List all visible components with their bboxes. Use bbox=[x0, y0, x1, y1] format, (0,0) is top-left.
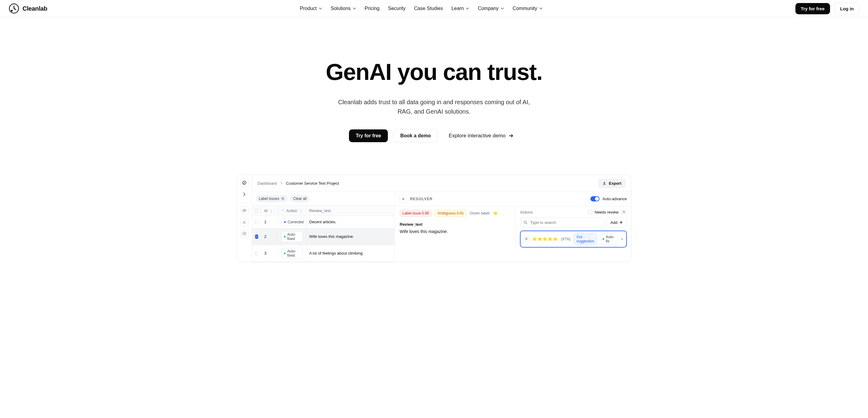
nav-pricing[interactable]: Pricing bbox=[365, 6, 380, 11]
star-icon: ⭐ bbox=[493, 211, 498, 215]
search-icon bbox=[523, 220, 528, 225]
row-checkbox[interactable] bbox=[255, 251, 258, 256]
breadcrumb-root[interactable]: Dashboard bbox=[257, 181, 277, 186]
svg-point-6 bbox=[524, 221, 527, 223]
suggestion-chip: Our suggestion bbox=[574, 234, 597, 244]
sidebar-eye[interactable] bbox=[240, 206, 249, 215]
svg-point-1 bbox=[11, 10, 13, 11]
nav-try-free-button[interactable]: Try for free bbox=[796, 3, 830, 14]
nav-security-label: Security bbox=[388, 6, 405, 11]
table-row[interactable]: 1 Corrected Decent articles. bbox=[252, 216, 395, 229]
add-button[interactable]: Add bbox=[607, 217, 627, 228]
status-dot bbox=[284, 236, 285, 238]
close-icon[interactable] bbox=[621, 237, 623, 241]
action-label: Corrected bbox=[288, 220, 304, 224]
table-row[interactable]: 3 Auto-fixed A lot of feelings about cli… bbox=[252, 245, 395, 262]
remove-chip-icon[interactable]: ✕ bbox=[281, 197, 285, 201]
export-button[interactable]: Export bbox=[598, 179, 626, 188]
action-search[interactable] bbox=[520, 217, 604, 228]
chevron-right-icon bbox=[280, 182, 283, 185]
bar-chart-icon bbox=[242, 220, 247, 224]
action-search-input[interactable] bbox=[530, 220, 601, 225]
data-table-pane: Label Issues ✕ Clear all Id ⋮ bbox=[252, 192, 395, 262]
plus-icon bbox=[619, 220, 623, 224]
logo-icon bbox=[242, 180, 247, 185]
row-text: A lot of feelings about climbing. bbox=[306, 248, 395, 258]
field-value: Wife loves this magazine. bbox=[400, 229, 510, 234]
filter-bar: Label Issues ✕ Clear all bbox=[252, 192, 395, 205]
chevron-down-icon bbox=[466, 7, 469, 10]
needs-review-label: Needs review bbox=[595, 210, 619, 214]
nav-community[interactable]: Community bbox=[513, 6, 543, 11]
app-sidebar bbox=[237, 175, 252, 262]
needs-review-checkbox[interactable] bbox=[588, 210, 592, 214]
row-id: 1 bbox=[261, 217, 278, 227]
action-pill: Auto-fixed bbox=[281, 231, 303, 242]
nav-community-label: Community bbox=[513, 6, 537, 11]
row-text: Wife loves this magazine. bbox=[306, 232, 395, 241]
actions-label: Actions bbox=[520, 210, 533, 214]
header-checkbox[interactable] bbox=[255, 208, 258, 213]
add-label: Add bbox=[611, 220, 617, 225]
hero-explore-demo-button[interactable]: Explore interactive demo bbox=[443, 130, 519, 142]
needs-review[interactable]: Needs review N bbox=[588, 210, 627, 214]
action-label: Auto-fixed bbox=[287, 249, 300, 258]
nav-learn[interactable]: Learn bbox=[451, 6, 469, 11]
sidebar-analytics[interactable] bbox=[240, 218, 249, 226]
nav-login-button[interactable]: Log in bbox=[834, 3, 860, 14]
sidebar-history[interactable] bbox=[240, 229, 249, 238]
nav-company[interactable]: Company bbox=[478, 6, 504, 11]
autofix-label: Auto-fix bbox=[606, 235, 615, 243]
logo-icon bbox=[8, 3, 20, 14]
row-checkbox[interactable] bbox=[255, 220, 258, 224]
tag-label-issue: Label issue 0.99 bbox=[400, 210, 432, 217]
chevron-down-icon bbox=[500, 7, 504, 10]
chevron-down-icon bbox=[318, 7, 322, 10]
resolver-actions: Actions Needs review N bbox=[516, 206, 631, 251]
row-checkbox[interactable] bbox=[255, 235, 258, 239]
resolver-collapse[interactable] bbox=[399, 195, 407, 203]
auto-advance-toggle[interactable] bbox=[590, 196, 599, 201]
sidebar-logo[interactable] bbox=[240, 179, 249, 187]
app-topbar: Dashboard Customer Service Text Project … bbox=[252, 175, 631, 192]
nav-product-label: Product bbox=[300, 6, 317, 11]
status-dot bbox=[284, 252, 285, 254]
clear-all-button[interactable]: Clear all bbox=[290, 195, 309, 202]
nav-case-studies[interactable]: Case Studies bbox=[414, 6, 443, 11]
col-review-label: Review_text bbox=[309, 208, 331, 213]
svg-point-3 bbox=[243, 183, 244, 184]
eye-icon bbox=[242, 208, 247, 213]
given-label-text: Given label: bbox=[469, 211, 491, 215]
filter-chip-label-issues[interactable]: Label Issues ✕ bbox=[256, 195, 288, 202]
table-row[interactable]: 2 Auto-fixed Wife loves this magazine. bbox=[252, 229, 395, 245]
needs-review-key: N bbox=[621, 210, 627, 214]
autofix-chip: Auto-fix bbox=[600, 234, 618, 244]
brand-logo[interactable]: Cleanlab bbox=[8, 3, 48, 14]
resolver-title: RESOLVER bbox=[410, 197, 433, 201]
breadcrumb-current: Customer Service Text Project bbox=[286, 181, 339, 186]
hero-subtitle: Cleanlab adds trust to all data going in… bbox=[337, 97, 531, 116]
resolver-detail: Label issue 0.99 Ambiguous 0.91 Given la… bbox=[395, 206, 516, 251]
status-dot bbox=[284, 221, 286, 223]
suggestion-pct: (97%) bbox=[561, 237, 571, 241]
hero-try-free-button[interactable]: Try for free bbox=[349, 129, 388, 142]
suggestion-card[interactable]: W ⭐⭐⭐⭐⭐ (97%) Our suggestion Auto-fix bbox=[520, 231, 627, 247]
arrow-right-icon bbox=[509, 133, 514, 138]
nav-product[interactable]: Product bbox=[300, 6, 322, 11]
hero-book-demo-button[interactable]: Book a demo bbox=[393, 129, 438, 143]
export-label: Export bbox=[609, 181, 621, 186]
more-icon[interactable]: ⋮ bbox=[269, 209, 273, 212]
stars-icon: ⭐⭐⭐⭐⭐ bbox=[532, 237, 558, 241]
nav-learn-label: Learn bbox=[451, 6, 464, 11]
suggestion-key: W bbox=[524, 236, 529, 241]
action-pill: Corrected bbox=[281, 219, 306, 226]
nav-solutions[interactable]: Solutions bbox=[331, 6, 356, 11]
hero-headline: GenAI you can trust. bbox=[6, 60, 862, 84]
nav-security[interactable]: Security bbox=[388, 6, 405, 11]
download-icon bbox=[602, 181, 607, 185]
more-icon[interactable]: ⋮ bbox=[299, 209, 303, 212]
status-dot bbox=[602, 238, 604, 240]
sidebar-expand[interactable] bbox=[240, 190, 249, 199]
breadcrumb: Dashboard Customer Service Text Project bbox=[257, 181, 339, 186]
given-label: Given label: ⭐ bbox=[469, 211, 498, 215]
